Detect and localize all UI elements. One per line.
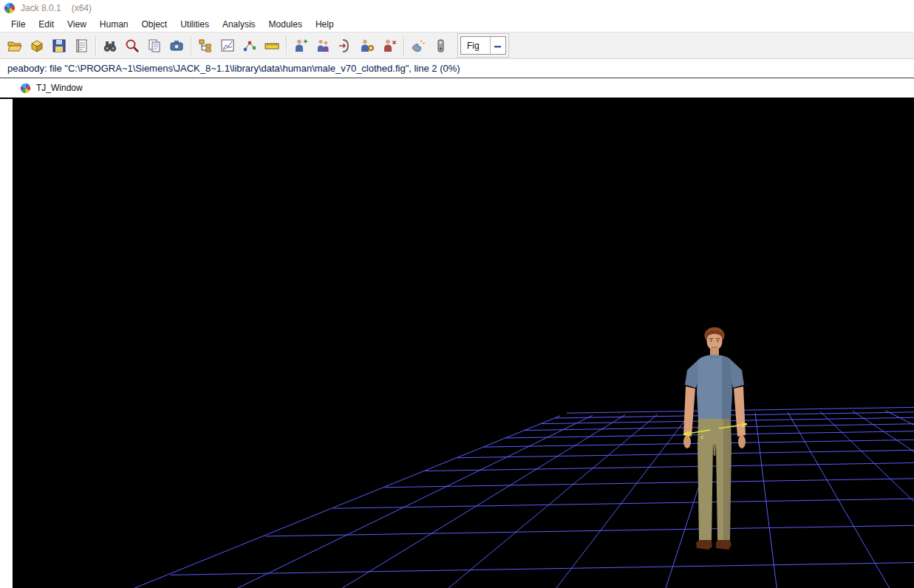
human-figure[interactable]: z [676, 326, 754, 556]
human-pair-button[interactable] [312, 35, 334, 57]
figure-axis-label: z [700, 434, 703, 440]
menu-help[interactable]: Help [309, 17, 341, 32]
floppy-disk-icon [51, 38, 67, 54]
toolbar-separator [191, 36, 191, 55]
magnifier-icon [124, 38, 140, 54]
pages-icon [146, 38, 163, 54]
menu-bar: File Edit View Human Object Utilities An… [0, 16, 914, 32]
person-gear-icon [359, 38, 375, 54]
person-red-icon [381, 38, 398, 54]
new-object-button[interactable] [26, 35, 48, 57]
find-button[interactable] [99, 35, 121, 57]
fig-dropdown-frame: Fig [457, 33, 509, 58]
window-logo-icon [20, 83, 31, 94]
toolbar-separator [403, 36, 404, 55]
scene-canvas[interactable]: z [13, 99, 914, 588]
toolbar: Fig [0, 32, 914, 59]
hands-icon [410, 38, 426, 54]
toolbar-separator [286, 36, 287, 55]
window-title-suffix: (x64) [72, 3, 92, 13]
app-logo-icon [4, 2, 16, 14]
menu-human[interactable]: Human [93, 17, 135, 32]
constraints-button[interactable] [239, 35, 261, 57]
title-bar: Jack 8.0.1 (x64) [0, 0, 914, 16]
human-analysis-button[interactable] [378, 35, 400, 57]
measure-button[interactable] [261, 35, 283, 57]
window-title: Jack 8.0.1 [21, 3, 61, 13]
folder-open-icon [7, 38, 23, 54]
door-arrow-icon [337, 38, 353, 54]
tree-icon [197, 38, 214, 54]
menu-file[interactable]: File [4, 17, 32, 32]
menu-analysis[interactable]: Analysis [216, 17, 262, 32]
snapshot-button[interactable] [166, 35, 188, 57]
create-human-button[interactable] [290, 35, 312, 57]
nodes-icon [242, 38, 258, 54]
zoom-button[interactable] [121, 35, 143, 57]
camera-icon [168, 38, 185, 54]
ground-grid [13, 99, 914, 588]
chart-icon [219, 38, 236, 54]
fig-dropdown-value: Fig [461, 41, 490, 51]
device-icon [432, 38, 449, 54]
save-button[interactable] [48, 35, 70, 57]
plot-button[interactable] [216, 35, 239, 57]
tools-button[interactable] [429, 35, 451, 57]
two-people-icon [315, 38, 331, 54]
grasp-button[interactable] [407, 35, 429, 57]
fig-dropdown[interactable]: Fig [460, 36, 506, 55]
workspace-tab-bar: TJ_Window [0, 78, 914, 99]
copy-view-button[interactable] [143, 35, 166, 57]
open-file-button[interactable] [4, 35, 26, 57]
ruler-icon [264, 38, 280, 54]
menu-edit[interactable]: Edit [32, 17, 61, 32]
notes-button[interactable] [70, 35, 92, 57]
menu-utilities[interactable]: Utilities [174, 17, 216, 32]
workspace-tab-label[interactable]: TJ_Window [36, 83, 83, 93]
status-bar: peabody: file "C:\PROGRA~1\Siemens\JACK_… [0, 59, 914, 78]
box-icon [29, 38, 45, 54]
viewport-frame: z [0, 99, 914, 588]
menu-modules[interactable]: Modules [262, 17, 309, 32]
person-add-icon [293, 38, 309, 54]
status-text: peabody: file "C:\PROGRA~1\Siemens\JACK_… [7, 63, 460, 74]
human-settings-button[interactable] [356, 35, 378, 57]
toolbar-separator [95, 36, 96, 55]
menu-object[interactable]: Object [135, 17, 174, 32]
fig-dropdown-arrow-icon[interactable] [491, 41, 505, 51]
menu-view[interactable]: View [61, 17, 93, 32]
hierarchy-button[interactable] [194, 35, 216, 57]
document-icon [73, 38, 89, 54]
binoculars-icon [102, 38, 118, 54]
posture-button[interactable] [334, 35, 356, 57]
